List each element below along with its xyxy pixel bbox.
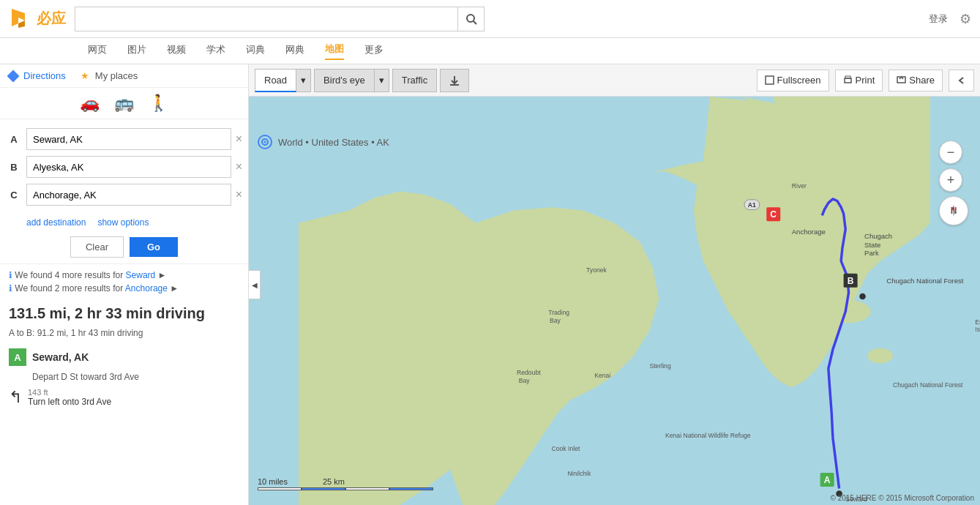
svg-point-18 <box>867 348 893 364</box>
clear-button[interactable]: Clear <box>70 236 124 258</box>
svg-text:Sterling: Sterling <box>649 362 670 370</box>
svg-point-52 <box>264 141 266 143</box>
svg-text:Redoubt: Redoubt <box>517 369 541 376</box>
svg-text:Chugach: Chugach <box>864 232 892 240</box>
refresh-icon[interactable] <box>258 135 272 149</box>
turn-dist: 143 ft <box>28 388 111 397</box>
svg-text:Chugach National Forest: Chugach National Forest <box>886 277 963 285</box>
turn-instruction: Turn left onto 3rd Ave <box>28 397 111 407</box>
search-button[interactable] <box>457 7 484 31</box>
map-toolbar: Road ▾ Bird's eye ▾ Traffic Fullscreen P… <box>249 64 980 97</box>
go-button[interactable]: Go <box>130 237 178 257</box>
transport-bus-icon[interactable]: 🚌 <box>114 94 134 113</box>
svg-text:C: C <box>770 209 777 220</box>
svg-text:River: River <box>792 182 807 190</box>
search-icon <box>465 13 477 25</box>
collapse-icon <box>957 75 966 85</box>
scale-line <box>258 487 433 490</box>
svg-rect-9 <box>897 77 905 83</box>
tab-directions[interactable]: Directions <box>9 70 66 81</box>
scale-seg-2 <box>302 487 345 490</box>
search-input[interactable] <box>75 7 457 31</box>
map-right-btns: Fullscreen Print Share <box>757 70 974 91</box>
nav-wangdian[interactable]: 网典 <box>285 43 304 59</box>
logo: 必应 <box>9 7 66 31</box>
breadcrumb-text: World • United States • AK <box>278 137 389 148</box>
road-button[interactable]: Road <box>255 69 296 92</box>
waypoint-b-clear[interactable]: × <box>236 160 242 173</box>
turn-info: 143 ft Turn left onto 3rd Ave <box>28 388 111 407</box>
svg-text:A1: A1 <box>748 201 756 209</box>
collapse-map-button[interactable] <box>949 70 974 91</box>
svg-line-3 <box>474 21 476 24</box>
step-a-detail: Depart D St toward 3rd Ave <box>9 370 239 384</box>
road-dropdown-button[interactable]: ▾ <box>296 69 311 92</box>
traffic-button[interactable]: Traffic <box>392 69 437 92</box>
svg-text:Bay: Bay <box>550 317 561 324</box>
waypoint-c-label: C <box>6 187 22 203</box>
directions-label: Directions <box>23 70 66 81</box>
results-info: ℹ We found 4 more results for Seward ► ℹ… <box>0 264 248 299</box>
myplaces-label: My places <box>95 70 138 81</box>
share-button[interactable]: Share <box>889 70 943 91</box>
waypoints: A × B × C × <box>0 119 248 214</box>
turn-row: ↰ 143 ft Turn left onto 3rd Ave <box>0 386 248 408</box>
transport-car-icon[interactable]: 🚗 <box>80 94 100 113</box>
scale-seg-1 <box>258 487 302 490</box>
waypoint-c-clear[interactable]: × <box>236 188 242 201</box>
top-bar: 必应 登录 ⚙ <box>0 0 980 38</box>
svg-text:Trading: Trading <box>548 309 569 316</box>
download-icon <box>449 75 460 86</box>
map-area: Road ▾ Bird's eye ▾ Traffic Fullscreen P… <box>249 64 980 505</box>
sidebar-collapse-button[interactable]: ◀ <box>249 270 261 299</box>
seward-link[interactable]: Seward <box>126 270 156 280</box>
download-button[interactable] <box>440 69 469 92</box>
svg-text:Kenai: Kenai <box>594 372 610 379</box>
add-destination-link[interactable]: add destination <box>26 217 86 228</box>
nav-academic[interactable]: 学术 <box>206 43 225 59</box>
bing-logo-icon <box>9 7 32 31</box>
gear-icon[interactable]: ⚙ <box>960 11 971 27</box>
birds-eye-dropdown-button[interactable]: ▾ <box>375 69 389 92</box>
svg-text:Esther: Esther <box>975 318 980 326</box>
transport-walk-icon[interactable]: 🚶 <box>149 94 168 113</box>
svg-point-2 <box>467 15 474 22</box>
waypoint-b-row: B × <box>0 153 248 181</box>
waypoint-a-row: A × <box>0 125 248 153</box>
anchorage-link[interactable]: Anchorage <box>125 283 168 293</box>
svg-text:Tyonek: Tyonek <box>586 266 607 274</box>
tab-myplaces[interactable]: ★ My places <box>81 70 138 81</box>
map-svg: A B C Anchorage Chugach State Park Chuga… <box>249 97 980 505</box>
waypoint-a-input[interactable] <box>26 128 231 150</box>
svg-text:Cook Inlet: Cook Inlet <box>552 445 580 452</box>
step-a-badge: A <box>9 348 26 366</box>
info-icon-anchorage: ℹ <box>9 283 12 293</box>
waypoint-c-input[interactable] <box>26 184 231 206</box>
directions-diamond-icon <box>7 70 20 82</box>
nav-webpage[interactable]: 网页 <box>88 43 107 59</box>
birds-eye-button[interactable]: Bird's eye <box>314 69 375 92</box>
waypoint-a-clear[interactable]: × <box>236 132 242 146</box>
nav-dictionary[interactable]: 词典 <box>246 43 265 59</box>
map-background[interactable]: A B C Anchorage Chugach State Park Chuga… <box>249 97 980 505</box>
route-segment-ab: A to B: 91.2 mi, 1 hr 43 min driving <box>0 325 248 341</box>
waypoint-b-input[interactable] <box>26 156 231 178</box>
sidebar: Directions ★ My places 🚗 🚌 🚶 A × B × <box>0 64 249 505</box>
nav-images[interactable]: 图片 <box>127 43 146 59</box>
login-link[interactable]: 登录 <box>929 12 948 26</box>
svg-text:A: A <box>824 475 831 485</box>
seward-results-text: We found 4 more results for <box>15 270 125 280</box>
nav-more[interactable]: 更多 <box>364 43 384 59</box>
nav-map[interactable]: 地图 <box>325 42 344 60</box>
svg-marker-53 <box>952 205 955 211</box>
nav-video[interactable]: 视频 <box>167 43 186 59</box>
show-options-link[interactable]: show options <box>97 217 149 228</box>
compass-button[interactable]: N <box>939 196 968 225</box>
svg-text:Ninilchik: Ninilchik <box>567 470 591 477</box>
fullscreen-button[interactable]: Fullscreen <box>757 70 829 91</box>
zoom-out-button[interactable]: − <box>939 141 962 164</box>
print-button[interactable]: Print <box>835 70 883 91</box>
svg-text:Bay: Bay <box>519 377 531 384</box>
svg-marker-1 <box>18 20 25 28</box>
zoom-in-button[interactable]: + <box>939 168 962 192</box>
